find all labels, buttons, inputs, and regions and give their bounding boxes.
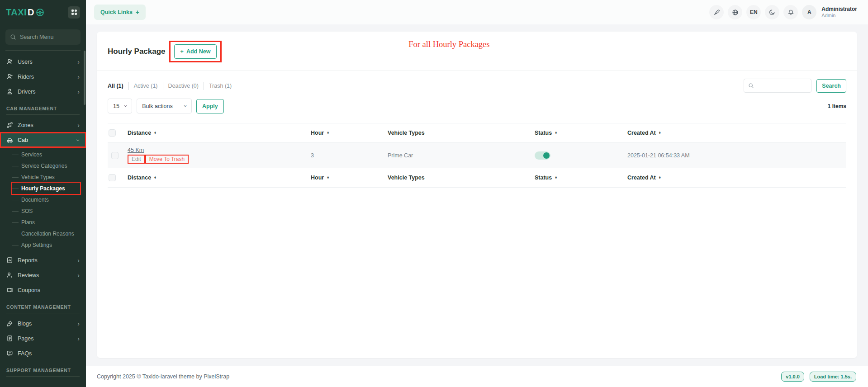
tab-trash[interactable]: Trash (1) — [204, 82, 237, 90]
user-name: Administrator — [821, 6, 857, 13]
sort-icon[interactable]: ▲▼ — [555, 132, 557, 135]
status-toggle[interactable] — [535, 151, 550, 160]
col-header-status[interactable]: Status — [535, 130, 552, 136]
edit-link[interactable]: Edit — [128, 155, 145, 164]
submenu-item-app-settings[interactable]: App Settings — [12, 239, 80, 250]
brand-logo[interactable]: TAXID — [6, 7, 44, 18]
copyright-text: Copyright 2025 © Taxido-laravel theme by… — [97, 373, 229, 380]
submenu-item-cancellation-reasons[interactable]: Cancellation Reasons — [12, 228, 80, 239]
submenu-item-sos[interactable]: SOS — [12, 205, 80, 217]
sidebar-item-faqs[interactable]: FAQs — [0, 346, 86, 361]
row-actions: Edit Move To Trash — [128, 155, 304, 164]
sort-icon[interactable]: ▲▼ — [327, 132, 329, 135]
language-globe-button[interactable] — [728, 5, 742, 19]
submenu-item-hourly-packages[interactable]: Hourly Packages — [12, 183, 80, 194]
chevron-right-icon: › — [77, 335, 80, 342]
sidebar-item-cab[interactable]: Cab › — [0, 132, 86, 147]
faqs-icon — [6, 350, 13, 357]
bulk-actions-select[interactable]: Bulk actions › — [137, 99, 192, 113]
add-new-label: Add New — [186, 48, 210, 55]
tab-all[interactable]: All (1) — [108, 82, 128, 90]
col-footer-created-at[interactable]: Created At — [627, 175, 656, 181]
quick-links-button[interactable]: Quick Links + — [94, 5, 146, 20]
sidebar-item-label: Reports — [18, 257, 38, 264]
submenu-item-label: App Settings — [21, 242, 52, 248]
submenu-item-documents[interactable]: Documents — [12, 194, 80, 205]
zones-icon — [6, 122, 13, 128]
chevron-right-icon: › — [77, 321, 80, 327]
add-new-button[interactable]: + Add New — [174, 44, 217, 59]
col-header-created-at[interactable]: Created At — [627, 130, 656, 136]
sidebar-search[interactable] — [5, 29, 81, 45]
hour-value: 3 — [311, 152, 314, 159]
dark-mode-button[interactable] — [765, 5, 779, 19]
submenu-item-service-categories[interactable]: Service Categories — [12, 160, 80, 171]
row-checkbox[interactable] — [111, 152, 119, 159]
distance-value[interactable]: 45 Km — [128, 147, 144, 153]
submenu-item-label: SOS — [21, 208, 33, 214]
col-header-distance[interactable]: Distance — [128, 130, 151, 136]
sidebar-item-pages[interactable]: Pages › — [0, 331, 86, 346]
avatar-letter: A — [807, 9, 811, 15]
sort-icon[interactable]: ▲▼ — [555, 176, 557, 179]
created-at-value: 2025-01-21 06:54:33 AM — [627, 152, 690, 159]
sidebar-search-input[interactable] — [20, 34, 70, 40]
per-page-select[interactable]: 15 › — [108, 99, 132, 113]
tab-deactive[interactable]: Deactive (0) — [163, 82, 204, 90]
submenu-item-label: Cancellation Reasons — [21, 231, 74, 237]
language-selector[interactable]: EN — [746, 5, 761, 19]
col-header-hour[interactable]: Hour — [311, 130, 324, 136]
sort-icon[interactable]: ▲▼ — [154, 176, 157, 179]
user-meta[interactable]: Administrator Admin — [821, 6, 857, 19]
sidebar-item-label: Drivers — [18, 89, 36, 95]
blogs-icon — [6, 320, 13, 327]
sort-icon[interactable]: ▲▼ — [659, 132, 661, 135]
language-label: EN — [750, 9, 758, 15]
sidebar-item-drivers[interactable]: Drivers › — [0, 84, 86, 99]
sort-icon[interactable]: ▲▼ — [154, 132, 157, 135]
sidebar-item-label: Zones — [18, 122, 33, 128]
submenu-item-vehicle-types[interactable]: Vehicle Types — [12, 171, 80, 183]
user-avatar[interactable]: A — [802, 5, 816, 19]
sidebar-item-blogs[interactable]: Blogs › — [0, 316, 86, 331]
steering-wheel-icon — [36, 8, 44, 17]
select-all-checkbox[interactable] — [109, 129, 116, 137]
col-footer-status[interactable]: Status — [535, 175, 552, 181]
sidebar-item-users[interactable]: Users › — [0, 54, 86, 69]
tab-active[interactable]: Active (1) — [128, 82, 163, 90]
footer-badges: v1.0.0 Load time: 1.5s. — [781, 372, 856, 382]
submenu-item-plans[interactable]: Plans — [12, 217, 80, 228]
sidebar-item-reports[interactable]: Reports › — [0, 253, 86, 268]
sort-icon[interactable]: ▲▼ — [659, 176, 661, 179]
status-tabs: All (1) Active (1) Deactive (0) Trash (1… — [108, 82, 237, 90]
move-to-trash-link[interactable]: Move To Trash — [145, 155, 189, 164]
sidebar-item-reviews[interactable]: Reviews › — [0, 268, 86, 283]
search-input[interactable] — [757, 83, 805, 89]
notifications-button[interactable] — [783, 5, 798, 19]
items-count: 1 Items — [828, 103, 846, 109]
hourly-package-card: Hourly Package + Add New For all Hourly … — [97, 32, 857, 358]
add-new-annotation-box: + Add New — [169, 41, 222, 62]
select-all-checkbox[interactable] — [109, 174, 116, 181]
sidebar-item-riders[interactable]: Riders › — [0, 69, 86, 84]
col-footer-hour[interactable]: Hour — [311, 175, 324, 181]
sidebar-nav: Users › Riders › Drivers › CAB MANAGEMEN… — [0, 52, 86, 387]
apps-grid-icon[interactable] — [68, 6, 80, 19]
sidebar-item-label: Riders — [18, 74, 34, 80]
customizer-button[interactable] — [709, 5, 724, 19]
apply-button[interactable]: Apply — [196, 99, 224, 113]
sidebar-item-label: Reviews — [18, 272, 39, 278]
sidebar-item-zones[interactable]: Zones › — [0, 118, 86, 132]
sidebar-scrollbar[interactable] — [84, 51, 85, 105]
sort-icon[interactable]: ▲▼ — [327, 176, 329, 179]
load-time-badge: Load time: 1.5s. — [810, 372, 856, 382]
riders-icon — [6, 73, 13, 80]
topbar: Quick Links + EN A Administrator — [86, 0, 868, 24]
submenu-item-label: Plans — [21, 219, 35, 226]
search-button[interactable]: Search — [816, 79, 846, 93]
sidebar-item-coupons[interactable]: Coupons — [0, 283, 86, 297]
submenu-item-services[interactable]: Services — [12, 149, 80, 160]
col-footer-distance[interactable]: Distance — [128, 175, 151, 181]
sidebar-item-label: Pages — [18, 335, 33, 342]
globe-icon — [732, 9, 739, 16]
